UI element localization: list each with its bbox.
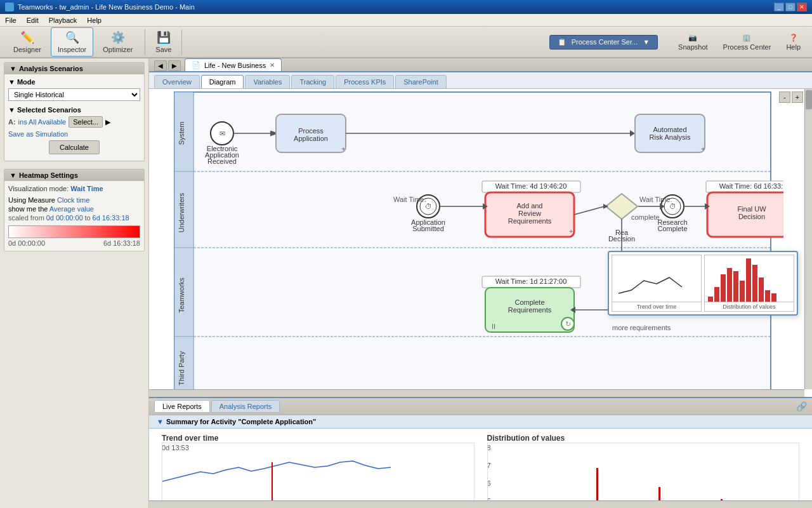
menu-edit[interactable]: Edit: [27, 17, 39, 24]
life-tab[interactable]: 📄 Life - New Business ✕: [185, 58, 282, 71]
designer-btn[interactable]: ✏️ Designer: [6, 27, 48, 57]
svg-text:Third Party: Third Party: [178, 351, 185, 385]
v-scrollbar-thumb[interactable]: [806, 90, 812, 109]
live-reports-tab[interactable]: Live Reports: [154, 400, 210, 413]
diagram-v-scrollbar[interactable]: [804, 89, 812, 389]
tab-variables[interactable]: Variables: [245, 75, 290, 88]
svg-text:Final UW: Final UW: [737, 205, 766, 213]
tab-next-btn[interactable]: ▶: [168, 60, 181, 71]
mode-collapse-icon: ▼: [8, 78, 17, 86]
svg-rect-79: [759, 277, 764, 302]
trend-chart-title: Trend over time: [162, 434, 475, 443]
trend-chart-area: [612, 255, 701, 302]
analysis-reports-tab[interactable]: Analysis Reports: [211, 400, 280, 413]
heatmap-header[interactable]: ▼ Heatmap Settings: [4, 170, 144, 181]
scale-from-link[interactable]: 0d 00:00:00: [46, 214, 83, 222]
trend-chart-area-main: 0d 13:53 0d 11:06: [162, 443, 475, 500]
summary-toggle-btn[interactable]: ▼: [157, 418, 164, 425]
menu-file[interactable]: File: [5, 17, 16, 24]
save-btn[interactable]: 💾 Save: [150, 28, 176, 56]
snapshot-btn[interactable]: 📷 Snapshot: [673, 31, 712, 53]
heatmap-title: Heatmap Settings: [19, 171, 78, 179]
tab-process-kpis[interactable]: Process KPIs: [336, 75, 394, 88]
inspector-btn[interactable]: 🔍 Inspector: [51, 27, 93, 57]
trend-mini-chart: Trend over time: [612, 255, 702, 312]
scale-to-link[interactable]: 6d 16:33:18: [93, 214, 129, 222]
svg-rect-80: [765, 290, 770, 302]
trend-svg: [612, 255, 695, 302]
scale-text: scaled from 0d 00:00:00 to 6d 16:33:18: [8, 214, 140, 222]
scenario-letter-a: A:: [8, 118, 16, 126]
reports-icon[interactable]: 🔗: [796, 401, 807, 411]
tab-tracking[interactable]: Tracking: [291, 75, 334, 88]
analysis-scenarios-body: ▼ Mode Single Historical ▼ Selected Scen…: [4, 74, 144, 161]
svg-text:Teamworks: Teamworks: [178, 277, 185, 313]
trend-chart-svg: [162, 443, 474, 500]
menu-bar: File Edit Playback Help: [0, 14, 812, 27]
menu-playback[interactable]: Playback: [49, 17, 77, 24]
reports-h-scrollbar[interactable]: [149, 500, 812, 508]
tab-overview[interactable]: Overview: [154, 75, 200, 88]
process-center-btn-label: Process Center: [723, 43, 771, 51]
analysis-scenarios-header[interactable]: ▼ Analysis Scenarios: [4, 63, 144, 74]
title-bar-controls[interactable]: _ □ ✕: [774, 3, 807, 11]
svg-text:Process: Process: [298, 127, 324, 135]
svg-rect-75: [733, 271, 738, 302]
tab-prev-btn[interactable]: ◀: [154, 60, 167, 71]
svg-text:✉: ✉: [219, 130, 225, 137]
menu-help[interactable]: Help: [87, 17, 102, 24]
measure-label: Using Measure: [8, 196, 55, 204]
help-btn[interactable]: ❓ Help: [781, 31, 806, 53]
mode-select[interactable]: Single Historical: [8, 88, 140, 101]
process-center-dropdown-icon: ▼: [643, 38, 650, 46]
toolbar-sep-1: [145, 29, 145, 55]
svg-text:Complete: Complete: [657, 225, 687, 232]
inspector-icon: 🔍: [65, 30, 79, 44]
heatmap-body: Visualization mode: Wait Time Using Meas…: [4, 181, 144, 251]
summary-header: ▼ Summary for Activity "Complete Applica…: [149, 415, 812, 429]
tab-sharepoint[interactable]: SharePoint: [395, 75, 446, 88]
mode-label: ▼ Mode: [8, 78, 140, 86]
select-btn[interactable]: Select...: [69, 116, 103, 128]
maximize-btn[interactable]: □: [785, 3, 796, 11]
calculate-btn[interactable]: Calculate: [49, 140, 100, 154]
svg-rect-74: [727, 268, 732, 302]
minimize-btn[interactable]: _: [774, 3, 784, 11]
diagram-h-scrollbar[interactable]: [149, 389, 804, 397]
show-label: show me the: [8, 205, 48, 213]
viz-mode-value[interactable]: Wait Time: [70, 185, 103, 192]
svg-text:Complete: Complete: [514, 298, 544, 306]
svg-text:Risk Analysis: Risk Analysis: [650, 133, 691, 141]
tab-diagram[interactable]: Diagram: [201, 75, 244, 88]
svg-text:Decision: Decision: [738, 213, 765, 220]
main-layout: ▼ Analysis Scenarios ▼ Mode Single Histo…: [0, 58, 812, 508]
svg-rect-76: [740, 281, 745, 302]
measure-link[interactable]: Clock time: [57, 196, 89, 204]
viz-mode-label: Visualization mode:: [8, 185, 69, 192]
zoom-out-btn[interactable]: -: [779, 91, 790, 103]
svg-text:II: II: [492, 323, 495, 330]
optimizer-btn[interactable]: ⚙️ Optimizer: [96, 27, 140, 57]
save-label: Save: [155, 46, 171, 53]
heatmap-min-label: 0d 00:00:00: [8, 239, 45, 247]
snapshot-icon: 📷: [688, 34, 697, 42]
avg-link[interactable]: Average value: [49, 205, 94, 213]
more-requirements-label: more requirements: [612, 324, 671, 331]
scale-to-label: to: [85, 214, 91, 222]
wait-time-label-2: Wait Time:: [639, 196, 672, 203]
wait-time-final-uw: Wait Time: 6d 16:33:18: [719, 182, 783, 190]
scenario-link-a[interactable]: ins All Available: [18, 118, 67, 126]
summary-title: Summary for Activity "Complete Applicati…: [166, 418, 316, 425]
optimizer-label: Optimizer: [103, 46, 133, 53]
svg-text:Automated: Automated: [653, 126, 686, 133]
process-center-selector[interactable]: 📋 Process Center Ser... ▼: [549, 35, 658, 50]
summary-charts: Trend over time 0d 13:53 0d 11:06: [149, 429, 812, 500]
svg-text:Requirements: Requirements: [508, 217, 552, 225]
toolbar-right: 📷 Snapshot 🏢 Process Center ❓ Help: [673, 31, 806, 53]
save-simulation-link[interactable]: Save as Simulation: [8, 130, 68, 138]
zoom-in-btn[interactable]: +: [792, 91, 803, 103]
close-btn[interactable]: ✕: [797, 3, 807, 11]
process-center-btn[interactable]: 🏢 Process Center: [718, 31, 776, 53]
tab-close-btn[interactable]: ✕: [270, 62, 275, 69]
optimizer-icon: ⚙️: [111, 30, 125, 44]
